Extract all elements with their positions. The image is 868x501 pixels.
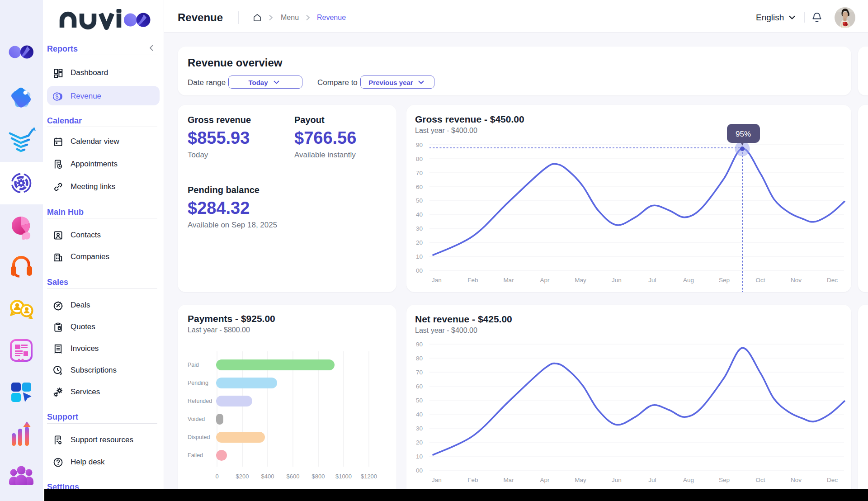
svg-text:May: May	[575, 277, 586, 284]
svg-text:70: 70	[416, 369, 423, 376]
svg-text:Failed: Failed	[188, 452, 203, 458]
svg-text:Feb: Feb	[467, 477, 478, 483]
svg-text:00: 00	[416, 267, 423, 274]
svg-text:Sep: Sep	[719, 477, 730, 483]
svg-text:Jun: Jun	[612, 277, 622, 284]
svg-text:40: 40	[416, 211, 423, 218]
svg-text:Nov: Nov	[791, 477, 802, 483]
svg-text:Mar: Mar	[503, 277, 514, 284]
svg-text:Aug: Aug	[683, 477, 694, 483]
svg-text:Feb: Feb	[467, 277, 478, 284]
svg-text:10: 10	[416, 453, 423, 460]
svg-text:20: 20	[416, 239, 423, 246]
svg-text:Refunded: Refunded	[188, 398, 212, 404]
svg-text:$400: $400	[261, 473, 274, 480]
svg-text:$1000: $1000	[335, 473, 352, 480]
svg-text:Disputed: Disputed	[188, 434, 210, 440]
svg-text:Apr: Apr	[540, 277, 550, 284]
svg-text:Jan: Jan	[432, 477, 442, 483]
svg-text:50: 50	[416, 197, 423, 204]
svg-text:Pending: Pending	[188, 380, 208, 386]
svg-text:Paid: Paid	[188, 362, 199, 368]
svg-text:$200: $200	[236, 473, 249, 480]
svg-text:Nov: Nov	[791, 277, 802, 284]
svg-text:Sep: Sep	[719, 277, 730, 284]
svg-text:$600: $600	[287, 473, 300, 480]
svg-text:60: 60	[416, 184, 423, 190]
svg-text:50: 50	[416, 397, 423, 404]
svg-text:20: 20	[416, 439, 423, 446]
svg-text:80: 80	[416, 355, 423, 362]
svg-text:Aug: Aug	[683, 277, 694, 284]
svg-text:90: 90	[416, 142, 423, 148]
svg-text:30: 30	[416, 425, 423, 432]
svg-text:$800: $800	[312, 473, 325, 480]
svg-text:10: 10	[416, 253, 423, 260]
svg-text:Apr: Apr	[540, 477, 550, 483]
svg-text:95%: 95%	[736, 130, 751, 138]
svg-text:0: 0	[215, 473, 218, 480]
svg-text:Dec: Dec	[827, 477, 838, 483]
svg-text:Oct: Oct	[755, 477, 765, 483]
svg-text:60: 60	[416, 383, 423, 390]
svg-text:90: 90	[416, 341, 423, 348]
svg-text:80: 80	[416, 156, 423, 162]
svg-text:Dec: Dec	[827, 277, 838, 284]
svg-text:70: 70	[416, 170, 423, 176]
svg-text:00: 00	[416, 467, 423, 474]
svg-text:Jan: Jan	[432, 277, 442, 284]
svg-text:Jul: Jul	[648, 277, 656, 284]
svg-text:Voided: Voided	[188, 416, 205, 422]
svg-text:Mar: Mar	[503, 477, 514, 483]
svg-text:Jun: Jun	[612, 477, 622, 483]
svg-text:$1200: $1200	[361, 473, 377, 480]
svg-text:Oct: Oct	[755, 277, 765, 284]
svg-text:40: 40	[416, 411, 423, 418]
svg-text:May: May	[575, 477, 586, 483]
svg-text:30: 30	[416, 225, 423, 232]
svg-text:Jul: Jul	[648, 477, 656, 483]
